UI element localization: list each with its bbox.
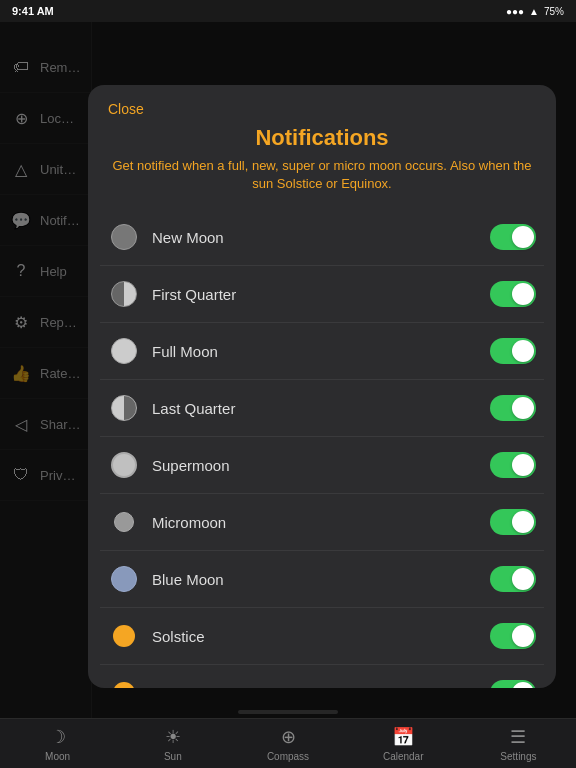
notif-icon-solstice [108,620,140,652]
status-time: 9:41 AM [12,5,54,17]
tab-moon[interactable]: ☽ Moon [0,722,115,766]
notif-icon-micromoon [108,506,140,538]
tab-label-settings: Settings [500,751,536,762]
tab-sun[interactable]: ☀ Sun [115,722,230,766]
notif-row-blue-moon: Blue Moon [100,551,544,608]
toggle-new-moon[interactable] [490,224,536,250]
status-icons: ●●● ▲ 75% [506,6,564,17]
wifi-icon: ▲ [529,6,539,17]
toggle-micromoon[interactable] [490,509,536,535]
moon-phase-icon-last [111,395,137,421]
notif-label-last-quarter: Last Quarter [152,400,490,417]
signal-icon: ●●● [506,6,524,17]
notif-row-first-quarter: First Quarter [100,266,544,323]
notif-label-solstice: Solstice [152,628,490,645]
notif-row-equinox: Equinox [100,665,544,688]
notifications-list: New Moon First Quarter Full Moon Last Qu… [88,209,556,688]
tab-label-compass: Compass [267,751,309,762]
tab-compass[interactable]: ⊕ Compass [230,722,345,766]
tab-icon-sun: ☀ [165,726,181,748]
tab-label-sun: Sun [164,751,182,762]
notif-row-new-moon: New Moon [100,209,544,266]
notif-icon-supermoon [108,449,140,481]
tab-icon-calendar: 📅 [392,726,414,748]
modal-subtitle: Get notified when a full, new, super or … [108,157,536,193]
notif-label-supermoon: Supermoon [152,457,490,474]
notif-label-micromoon: Micromoon [152,514,490,531]
notif-icon-first-quarter [108,278,140,310]
notif-label-new-moon: New Moon [152,229,490,246]
toggle-last-quarter[interactable] [490,395,536,421]
notif-icon-new-moon [108,221,140,253]
modal-header: Close Notifications Get notified when a … [88,85,556,209]
sun-icon [113,682,135,688]
moon-phase-icon-first [111,281,137,307]
tab-label-moon: Moon [45,751,70,762]
notif-icon-last-quarter [108,392,140,424]
toggle-full-moon[interactable] [490,338,536,364]
tab-bar: ☽ Moon ☀ Sun ⊕ Compass 📅 Calendar ☰ Sett… [0,718,576,768]
notif-label-full-moon: Full Moon [152,343,490,360]
tab-icon-moon: ☽ [50,726,66,748]
moon-phase-icon-new [111,224,137,250]
notif-row-solstice: Solstice [100,608,544,665]
tab-icon-compass: ⊕ [281,726,296,748]
modal-title: Notifications [108,125,536,151]
notif-row-supermoon: Supermoon [100,437,544,494]
toggle-blue-moon[interactable] [490,566,536,592]
toggle-supermoon[interactable] [490,452,536,478]
notif-row-micromoon: Micromoon [100,494,544,551]
tab-icon-settings: ☰ [510,726,526,748]
toggle-solstice[interactable] [490,623,536,649]
moon-phase-icon-full [111,338,137,364]
notif-label-blue-moon: Blue Moon [152,571,490,588]
notif-row-last-quarter: Last Quarter [100,380,544,437]
close-button[interactable]: Close [108,101,144,117]
status-bar: 9:41 AM ●●● ▲ 75% [0,0,576,22]
moon-phase-icon-micro [114,512,134,532]
tab-calendar[interactable]: 📅 Calendar [346,722,461,766]
notif-icon-blue-moon [108,563,140,595]
moon-phase-icon-super [111,452,137,478]
tab-label-calendar: Calendar [383,751,424,762]
notif-icon-equinox [108,677,140,688]
notifications-modal: Close Notifications Get notified when a … [88,85,556,688]
toggle-first-quarter[interactable] [490,281,536,307]
moon-phase-icon-blue [111,566,137,592]
notif-label-equinox: Equinox [152,685,490,688]
notif-label-first-quarter: First Quarter [152,286,490,303]
notif-row-full-moon: Full Moon [100,323,544,380]
tab-settings[interactable]: ☰ Settings [461,722,576,766]
battery-icon: 75% [544,6,564,17]
notif-icon-full-moon [108,335,140,367]
toggle-equinox[interactable] [490,680,536,688]
sun-icon [113,625,135,647]
